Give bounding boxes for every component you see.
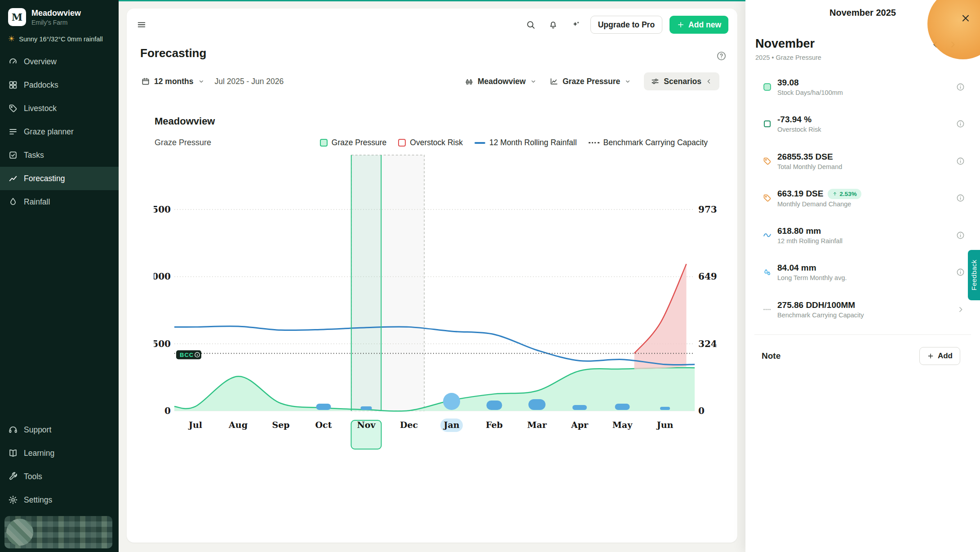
metric-label: 12 mth Rolling Rainfall [777, 237, 843, 245]
green-swatch-icon [763, 82, 775, 92]
page-title: Forecasting [140, 46, 206, 60]
svg-text:Sep: Sep [272, 420, 289, 430]
metric-demand-change[interactable]: 663.19 DSE2.53% Monthly Demand Change [745, 180, 980, 217]
close-button[interactable] [958, 10, 974, 26]
tag-icon [8, 103, 18, 113]
scenarios-button[interactable]: Scenarios [644, 72, 719, 90]
metric-label: Stock Days/ha/100mm [777, 89, 843, 96]
book-icon [8, 448, 18, 458]
headset-icon [8, 425, 18, 435]
gauge-icon [8, 57, 18, 67]
sidebar-item-forecasting[interactable]: Forecasting [0, 167, 119, 190]
metric-total-demand[interactable]: 26855.35 DSETotal Monthly Demand [745, 142, 980, 180]
svg-text:500: 500 [154, 338, 171, 349]
sidebar: M Meadowview Emily's Farm ☀ Sunny 16°/32… [0, 0, 119, 552]
upgrade-to-pro-button[interactable]: Upgrade to Pro [590, 16, 662, 34]
search-button[interactable] [523, 17, 538, 32]
hamburger-menu-button[interactable] [134, 17, 149, 32]
plus-icon [927, 352, 934, 360]
demand-change-badge: 2.53% [828, 189, 861, 199]
topbar: Upgrade to Pro Add new [134, 16, 728, 34]
metric-label: Total Monthly Demand [777, 163, 842, 170]
metric-value: 275.86 DDH/100MM [777, 300, 864, 310]
sidebar-item-label: Livestock [24, 104, 57, 113]
svg-text:Aug: Aug [228, 420, 248, 430]
svg-text:May: May [612, 420, 633, 430]
avatar [6, 519, 33, 546]
ai-sparkles-button[interactable] [568, 17, 583, 32]
svg-text:Apr: Apr [571, 420, 589, 430]
filters-row: 12 months Jul 2025 - Jun 2026 Meadowview… [141, 72, 719, 90]
metric-long-term-avg[interactable]: 84.04 mmLong Term Monthly avg. [745, 254, 980, 291]
svg-text:Nov: Nov [357, 420, 376, 430]
period-select[interactable]: 12 months [141, 77, 205, 86]
trend-icon [8, 174, 18, 183]
scenarios-label: Scenarios [664, 77, 701, 86]
metric-stock-days[interactable]: 39.08Stock Days/ha/100mm [745, 68, 980, 106]
weather-summary: ☀ Sunny 16°/32°C 0mm rainfall [0, 28, 119, 45]
sidebar-item-label: Forecasting [24, 174, 65, 183]
info-icon[interactable] [956, 268, 965, 276]
farm-logo[interactable]: M [8, 8, 26, 26]
sidebar-item-rainfall[interactable]: Rainfall [0, 190, 119, 214]
info-icon[interactable] [956, 120, 965, 128]
info-icon[interactable] [956, 194, 965, 202]
sidebar-item-tools[interactable]: Tools [0, 465, 119, 488]
metric-rolling-rainfall[interactable]: 618.80 mm12 mth Rolling Rainfall [745, 217, 980, 254]
rows-icon [8, 127, 18, 137]
sidebar-item-learning[interactable]: Learning [0, 441, 119, 465]
panel-month-title: November [755, 37, 821, 51]
sidebar-item-support[interactable]: Support [0, 418, 119, 441]
plus-icon [677, 21, 685, 29]
metric-value: 26855.35 DSE [777, 152, 842, 162]
sidebar-footer-nav: Support Learning Tools Settings [0, 418, 119, 512]
sidebar-item-graze-planner[interactable]: Graze planner [0, 120, 119, 143]
metric-benchmark-capacity[interactable]: 275.86 DDH/100MMBenchmark Carrying Capac… [745, 291, 980, 328]
droplets-icon [763, 267, 775, 277]
help-button[interactable] [716, 51, 727, 62]
svg-text:Feb: Feb [486, 420, 503, 430]
user-avatar-blurred[interactable] [4, 516, 112, 548]
sidebar-item-tasks[interactable]: Tasks [0, 143, 119, 167]
svg-text:Oct: Oct [315, 420, 332, 430]
info-icon[interactable] [956, 83, 965, 91]
note-label: Note [762, 351, 780, 361]
svg-text:Dec: Dec [400, 420, 418, 430]
sidebar-item-overview[interactable]: Overview [0, 50, 119, 73]
metric-select[interactable]: Graze Pressure [550, 77, 631, 86]
metric-label: Long Term Monthly avg. [777, 274, 847, 281]
info-icon[interactable] [956, 231, 965, 240]
sun-icon: ☀ [8, 35, 15, 43]
metric-value: 663.19 DSE [777, 189, 823, 199]
notifications-button[interactable] [545, 17, 561, 32]
logo-letter: M [12, 11, 22, 23]
svg-text:Jul: Jul [188, 420, 202, 430]
feedback-tab[interactable]: Feedback [968, 250, 980, 300]
metric-overstock-risk[interactable]: -73.94 %Overstock Risk [745, 106, 980, 143]
calendar-icon [141, 77, 150, 86]
sidebar-item-paddocks[interactable]: Paddocks [0, 73, 119, 97]
add-note-button[interactable]: Add [919, 347, 960, 365]
metric-value: 84.04 mm [777, 263, 847, 273]
sidebar-nav: Overview Paddocks Livestock Graze planne… [0, 50, 119, 214]
sidebar-item-label: Settings [24, 495, 52, 505]
farm-select[interactable]: Meadowview [465, 77, 537, 86]
sidebar-item-settings[interactable]: Settings [0, 488, 119, 512]
metric-label: Benchmark Carrying Capacity [777, 312, 864, 319]
svg-text:500: 500 [154, 204, 171, 215]
chevron-right-icon[interactable] [956, 305, 965, 314]
grid-icon [8, 80, 18, 90]
svg-text:973: 973 [698, 204, 717, 215]
svg-text:BCC: BCC [180, 352, 194, 358]
panel-subtitle: 2025 • Graze Pressure [755, 54, 821, 61]
svg-text:324: 324 [698, 338, 717, 349]
svg-text:0: 0 [698, 405, 705, 416]
sidebar-item-label: Rainfall [24, 197, 50, 207]
add-new-button[interactable]: Add new [670, 16, 728, 34]
info-icon[interactable] [956, 157, 965, 165]
sidebar-item-label: Tools [24, 472, 42, 481]
sidebar-item-livestock[interactable]: Livestock [0, 97, 119, 120]
sidebar-item-label: Graze planner [24, 127, 74, 137]
svg-text:000: 000 [154, 271, 171, 282]
graze-pressure-chart[interactable]: BCC50000050009736493240JulAugSepOctNovDe… [154, 143, 729, 463]
